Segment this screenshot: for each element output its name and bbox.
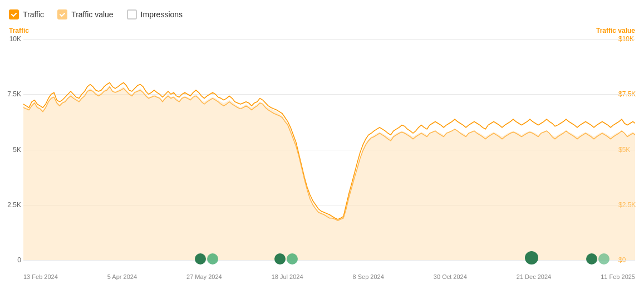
y-tick-10k: 10K — [9, 35, 21, 43]
x-tick-feb-2025: 11 Feb 2025 — [601, 273, 635, 280]
x-tick-apr-2024: 5 Apr 2024 — [107, 273, 137, 280]
check-icon-2 — [59, 11, 66, 18]
event-dot-1b[interactable] — [207, 253, 218, 264]
y-axis-right-label: Traffic value — [596, 27, 635, 35]
axis-labels-top: Traffic Traffic value — [0, 27, 644, 35]
check-icon — [11, 11, 17, 18]
y-axis-left: 10K 7.5K 5K 2.5K 0 — [0, 39, 23, 260]
event-dot-3a[interactable] — [525, 251, 538, 264]
y-tick-5k: 5K — [13, 146, 21, 154]
y-tick-2.5k: 2.5K — [7, 201, 21, 209]
traffic-label: Traffic — [23, 10, 44, 19]
event-dot-1a[interactable] — [195, 253, 206, 264]
x-tick-dec-2024: 21 Dec 2024 — [517, 273, 551, 280]
event-cluster-2[interactable] — [274, 253, 298, 264]
y-tick-0: 0 — [17, 256, 21, 264]
impressions-checkbox[interactable] — [127, 9, 137, 19]
event-dot-4b[interactable] — [598, 253, 609, 264]
x-tick-sep-2024: 8 Sep 2024 — [353, 273, 384, 280]
traffic-value-label: Traffic value — [71, 10, 113, 19]
event-cluster-1[interactable] — [195, 253, 218, 264]
x-tick-feb-2024: 13 Feb 2024 — [23, 273, 58, 280]
event-dot-2a[interactable] — [274, 253, 286, 264]
legend-item-traffic[interactable]: Traffic — [9, 9, 44, 19]
legend-item-traffic-value[interactable]: Traffic value — [57, 9, 113, 19]
grid-line-bottom — [23, 260, 635, 261]
traffic-value-checkbox[interactable] — [57, 9, 67, 19]
chart-legend: Traffic Traffic value Impressions — [0, 0, 644, 27]
x-tick-jul-2024: 18 Jul 2024 — [272, 273, 303, 280]
chart-container: Traffic Traffic value Impressions Traffi… — [0, 0, 644, 289]
legend-item-impressions[interactable]: Impressions — [127, 9, 183, 19]
y-axis-left-label: Traffic — [9, 27, 29, 35]
traffic-checkbox[interactable] — [9, 9, 19, 19]
x-axis-labels: 13 Feb 2024 5 Apr 2024 27 May 2024 18 Ju… — [23, 273, 635, 280]
event-dot-4a[interactable] — [586, 253, 597, 264]
chart-svg — [23, 39, 635, 260]
event-cluster-3[interactable] — [525, 251, 538, 264]
impressions-label: Impressions — [141, 10, 183, 19]
x-tick-may-2024: 27 May 2024 — [186, 273, 222, 280]
chart-drawing-area — [23, 39, 635, 260]
chart-area: Traffic Traffic value 10K 7.5K 5K 2.5K 0… — [0, 27, 644, 289]
y-tick-7.5k: 7.5K — [7, 90, 21, 98]
event-dot-2b[interactable] — [287, 253, 298, 264]
x-tick-oct-2024: 30 Oct 2024 — [434, 273, 467, 280]
event-cluster-4[interactable] — [586, 253, 609, 264]
